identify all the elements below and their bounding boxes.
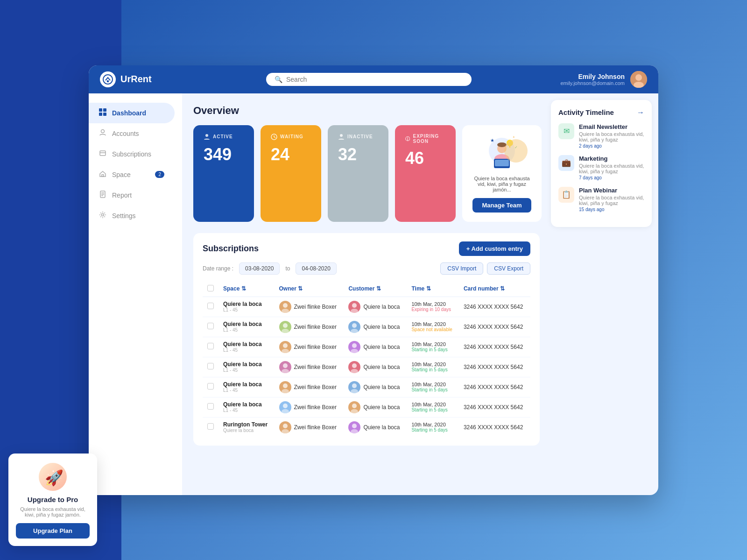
- csv-export-button[interactable]: CSV Export: [487, 262, 530, 275]
- promo-card: ★ + ✓ Quiere la boca exhausta vid, kiwi,…: [462, 125, 542, 222]
- row-checkbox[interactable]: [203, 357, 218, 377]
- row-space: Rurington Tower Quiere la boca: [218, 417, 275, 437]
- activity-icon: 💼: [558, 155, 574, 171]
- col-owner[interactable]: Owner ⇅: [275, 281, 344, 297]
- col-space[interactable]: Space ⇅: [218, 281, 275, 297]
- sidebar-item-settings[interactable]: Settings: [89, 206, 175, 226]
- accounts-icon: [99, 129, 106, 138]
- row-checkbox[interactable]: [203, 417, 218, 437]
- filter-row: Date range : 03-08-2020 to 04-08-2020 CS…: [203, 262, 530, 275]
- row-card-number: 3246 XXXX XXXX 5642: [459, 297, 530, 317]
- col-checkbox: [203, 281, 218, 297]
- report-icon: [99, 191, 106, 200]
- date-to-label: to: [285, 265, 290, 272]
- svg-point-61: [283, 424, 288, 428]
- row-checkbox[interactable]: [203, 337, 218, 357]
- svg-point-48: [351, 349, 358, 353]
- svg-rect-6: [103, 108, 106, 112]
- app-name: UrRent: [120, 74, 152, 85]
- row-time: 10th Mar, 2020 Starting in 5 days: [407, 417, 458, 437]
- sidebar-item-label: Dashboard: [112, 109, 146, 117]
- row-card-number: 3246 XXXX XXXX 5642: [459, 337, 530, 357]
- activity-desc: Quiere la boca exhausta vid, kiwi, piña …: [579, 131, 644, 142]
- upgrade-title: Upgrade to Pro: [16, 496, 90, 503]
- col-card[interactable]: Card number ⇅: [459, 281, 530, 297]
- activity-name: Plan Webinar: [579, 187, 644, 194]
- svg-line-21: [274, 137, 275, 138]
- activity-item: 📋 Plan Webinar Quiere la boca exhausta v…: [558, 187, 644, 212]
- col-time[interactable]: Time ⇅: [407, 281, 458, 297]
- row-card-number: 3246 XXXX XXXX 5642: [459, 397, 530, 417]
- stat-card-expiring: EXPIRING SOON 46: [395, 125, 456, 222]
- row-checkbox[interactable]: [203, 317, 218, 337]
- avatar: [630, 71, 647, 88]
- row-checkbox[interactable]: [203, 297, 218, 317]
- svg-point-22: [340, 134, 343, 137]
- svg-point-18: [205, 134, 208, 137]
- user-info: Emily Johnson emily.johnson@domain.com: [560, 73, 625, 86]
- sidebar-item-report[interactable]: Report: [89, 185, 175, 206]
- promo-text: Quiere la boca exhausta vid, kiwi, piña …: [472, 176, 532, 192]
- table-row: Quiere la boca L1 - 45 Zwei flinke Boxer…: [203, 297, 530, 317]
- svg-text:★: ★: [490, 138, 494, 143]
- activity-name: Email Newsletter: [579, 123, 644, 130]
- row-owner: Zwei flinke Boxer: [275, 297, 344, 317]
- search-bar: 🔍: [184, 73, 554, 86]
- svg-point-43: [352, 323, 357, 328]
- stat-card-active: ACTIVE 349: [193, 125, 254, 222]
- search-input-wrap[interactable]: 🔍: [266, 73, 472, 86]
- row-time: 10th Mar, 2020 Starting in 5 days: [407, 397, 458, 417]
- upgrade-illustration: 🚀: [39, 463, 67, 491]
- add-custom-entry-button[interactable]: + Add custom entry: [459, 241, 530, 256]
- stat-label-inactive: INACTIVE: [338, 134, 378, 140]
- search-input[interactable]: [286, 76, 463, 83]
- activity-content: Marketing Quiere la boca exhausta vid, k…: [579, 155, 644, 180]
- sidebar-item-dashboard[interactable]: Dashboard: [89, 103, 175, 123]
- stat-card-inactive: INACTIVE 32: [328, 125, 388, 222]
- svg-point-49: [283, 363, 288, 368]
- svg-point-25: [408, 140, 408, 140]
- row-card-number: 3246 XXXX XXXX 5642: [459, 357, 530, 377]
- subscriptions-title: Subscriptions: [203, 244, 259, 254]
- svg-point-0: [103, 75, 113, 84]
- sidebar-item-label: Settings: [112, 212, 136, 220]
- row-card-number: 3246 XXXX XXXX 5642: [459, 377, 530, 397]
- date-from[interactable]: 03-08-2020: [239, 262, 280, 275]
- row-checkbox[interactable]: [203, 397, 218, 417]
- row-customer: Quiere la boca: [344, 297, 407, 317]
- sidebar: Dashboard Accounts Subscriptions: [89, 93, 182, 495]
- row-checkbox[interactable]: [203, 377, 218, 397]
- svg-point-41: [283, 323, 288, 328]
- manage-team-button[interactable]: Manage Team: [472, 198, 531, 213]
- row-time: 10th Mar, 2020 Starting in 5 days: [407, 337, 458, 357]
- row-owner: Zwei flinke Boxer: [275, 357, 344, 377]
- col-customer[interactable]: Customer ⇅: [344, 281, 407, 297]
- date-range-label: Date range :: [203, 265, 233, 272]
- csv-import-button[interactable]: CSV Import: [440, 262, 483, 275]
- activity-content: Email Newsletter Quiere la boca exhausta…: [579, 123, 644, 149]
- upgrade-plan-button[interactable]: Upgrade Plan: [16, 523, 90, 539]
- stat-label-expiring: EXPIRING SOON: [405, 134, 445, 144]
- right-panel: Activity Timeline → ✉ Email Newsletter Q…: [551, 93, 658, 495]
- activity-item: ✉ Email Newsletter Quiere la boca exhaus…: [558, 123, 644, 149]
- sidebar-item-space[interactable]: Space 2: [89, 164, 175, 185]
- space-badge: 2: [155, 171, 164, 178]
- settings-icon: [99, 211, 106, 220]
- sidebar-item-accounts[interactable]: Accounts: [89, 123, 175, 144]
- activity-icon: 📋: [558, 187, 574, 203]
- sidebar-item-subscriptions[interactable]: Subscriptions: [89, 144, 175, 164]
- row-time: 10th Mar, 2020 Starting in 5 days: [407, 377, 458, 397]
- promo-illustration: ★ + ✓: [481, 135, 523, 172]
- activity-arrow[interactable]: →: [637, 108, 644, 117]
- svg-point-38: [282, 309, 289, 313]
- table-row: Quiere la boca L1 - 45 Zwei flinke Boxer…: [203, 397, 530, 417]
- row-owner: Zwei flinke Boxer: [275, 417, 344, 437]
- activity-desc: Quiere la boca exhausta vid, kiwi, piña …: [579, 195, 644, 206]
- svg-point-60: [351, 409, 358, 413]
- svg-rect-5: [99, 108, 102, 112]
- logo-icon: [100, 71, 116, 87]
- row-card-number: 3246 XXXX XXXX 5642: [459, 317, 530, 337]
- svg-point-39: [352, 303, 357, 308]
- space-icon: [99, 170, 106, 179]
- date-to[interactable]: 04-08-2020: [296, 262, 336, 275]
